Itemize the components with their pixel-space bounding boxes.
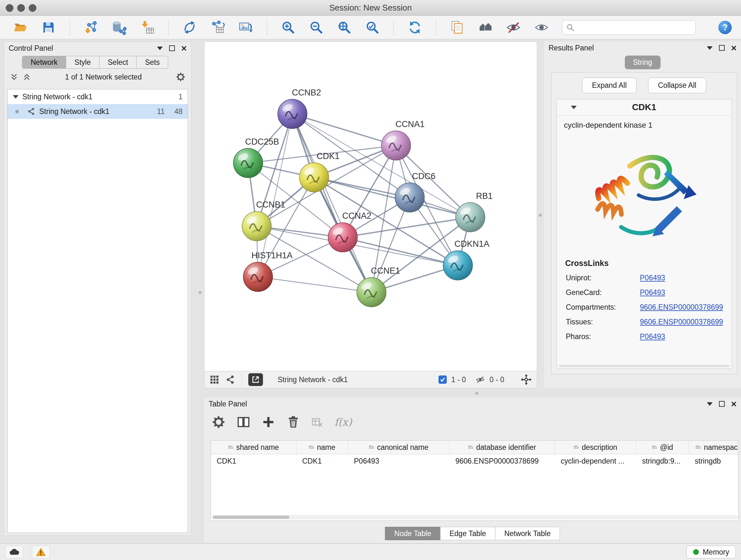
crosslink-tissues-link[interactable]: 9606.ENSP00000378699 [640, 318, 723, 326]
network-node-CDC6[interactable] [395, 183, 424, 212]
function-builder-icon[interactable]: f(x) [334, 416, 352, 428]
vertical-splitter-handle[interactable] [539, 213, 542, 217]
copy-button[interactable] [450, 20, 465, 35]
save-session-button[interactable] [41, 20, 56, 35]
network-node-CCNA2[interactable] [328, 223, 357, 252]
import-network-file-button[interactable] [83, 20, 98, 35]
network-row[interactable]: String Network - cdk1 11 48 [8, 104, 188, 119]
gene-disclosure-icon[interactable] [571, 106, 577, 109]
hide-display-button[interactable] [506, 20, 521, 35]
table-row[interactable]: CDK1 CDK1 P06493 9606.ENSP00000378699 cy… [211, 454, 738, 468]
show-columns-icon[interactable] [237, 415, 250, 429]
crosslink-pharos-link[interactable]: P06493 [640, 332, 665, 341]
network-edge[interactable] [258, 277, 372, 292]
zoom-in-button[interactable] [280, 20, 296, 35]
results-scrollbar[interactable] [559, 365, 730, 367]
import-network-database-button[interactable] [111, 20, 127, 35]
cell-shared-name[interactable]: CDK1 [211, 457, 296, 465]
tab-string[interactable]: String [624, 56, 660, 69]
home-button[interactable] [478, 20, 493, 35]
new-network-button[interactable] [182, 20, 197, 35]
column-header[interactable]: name [296, 441, 348, 454]
collapse-all-button[interactable]: Collapse All [648, 78, 706, 93]
cell-namespace[interactable]: stringdb [689, 457, 738, 465]
network-edge[interactable] [314, 178, 470, 217]
help-button[interactable]: ? [718, 20, 733, 35]
tab-network-table[interactable]: Network Table [495, 527, 560, 540]
window-close-button[interactable] [6, 4, 13, 12]
grid-view-icon[interactable] [210, 375, 219, 384]
network-canvas[interactable]: CCNB2CCNA1CDC25BCDK1CDC6RB1CCNB1CCNA2CDK… [205, 42, 537, 371]
panel-float-icon[interactable] [707, 402, 713, 406]
network-edge[interactable] [292, 114, 396, 145]
network-node-CCNB1[interactable] [242, 211, 271, 241]
import-table-button[interactable] [139, 20, 155, 35]
cell-canonical-name[interactable]: P06493 [348, 457, 450, 465]
tab-edge-table[interactable]: Edge Table [440, 527, 495, 540]
network-node-CCNB2[interactable] [278, 99, 307, 129]
tab-network[interactable]: Network [22, 56, 66, 69]
selected-checkbox[interactable] [439, 375, 447, 384]
zoom-out-button[interactable] [309, 20, 324, 35]
open-session-button[interactable] [13, 20, 28, 35]
panel-float-icon[interactable] [707, 46, 713, 50]
warnings-button[interactable] [32, 546, 50, 558]
expand-all-icon[interactable] [23, 73, 31, 81]
cell-description[interactable]: cyclin-dependent ... [555, 457, 636, 465]
birdseye-icon[interactable] [226, 375, 235, 384]
panel-close-icon[interactable] [731, 45, 737, 51]
network-node-CCNA1[interactable] [381, 131, 411, 160]
window-minimize-button[interactable] [17, 4, 25, 12]
column-header[interactable]: description [555, 441, 636, 454]
crosslink-compartments-link[interactable]: 9606.ENSP00000378699 [640, 303, 723, 312]
network-edge[interactable] [292, 114, 372, 292]
tab-select[interactable]: Select [99, 56, 137, 69]
gear-icon[interactable] [176, 72, 185, 82]
crosslink-uniprot-link[interactable]: P06493 [640, 273, 665, 282]
panel-float-icon[interactable] [157, 47, 163, 50]
column-header[interactable]: shared name [211, 441, 296, 454]
column-header[interactable]: @id [636, 441, 689, 454]
panel-maximize-icon[interactable] [719, 45, 725, 51]
vertical-splitter-handle[interactable] [199, 291, 202, 294]
memory-button[interactable]: Memory [686, 546, 736, 558]
zoom-fit-button[interactable] [337, 20, 352, 35]
export-image-button[interactable] [238, 20, 253, 35]
horizontal-scrollbar[interactable] [212, 515, 738, 519]
panel-maximize-icon[interactable] [169, 45, 175, 51]
panel-maximize-icon[interactable] [719, 401, 725, 407]
search-input[interactable] [577, 23, 691, 32]
add-column-icon[interactable] [262, 415, 275, 429]
network-collection-row[interactable]: String Network - cdk1 1 [8, 89, 188, 104]
open-in-window-button[interactable] [248, 373, 263, 386]
network-node-HIST1H1A[interactable] [243, 262, 273, 292]
column-header[interactable]: namespac [689, 441, 738, 454]
cell-name[interactable]: CDK1 [296, 457, 348, 465]
disclosure-triangle-icon[interactable] [13, 95, 18, 99]
network-node-CDK1[interactable] [299, 163, 329, 192]
cell-id[interactable]: stringdb:9... [636, 457, 689, 465]
network-node-CDC25B[interactable] [233, 148, 263, 178]
network-node-RB1[interactable] [456, 203, 485, 232]
delete-column-icon[interactable] [286, 415, 300, 429]
network-node-CDKN1A[interactable] [443, 251, 473, 280]
cloud-status-button[interactable] [5, 546, 23, 558]
pan-crosshair-icon[interactable] [521, 374, 532, 385]
panel-close-icon[interactable] [181, 46, 187, 51]
column-header[interactable]: database identifier [450, 441, 555, 454]
network-from-table-button[interactable] [210, 20, 225, 35]
window-zoom-button[interactable] [29, 4, 37, 12]
scrollbar-thumb[interactable] [213, 516, 289, 519]
zoom-selected-button[interactable] [365, 20, 380, 35]
collapse-all-icon[interactable] [10, 73, 18, 81]
expand-all-button[interactable]: Expand All [582, 78, 636, 93]
network-node-CCNE1[interactable] [357, 277, 386, 307]
tab-node-table[interactable]: Node Table [385, 527, 441, 540]
tab-sets[interactable]: Sets [136, 56, 168, 69]
horizontal-splitter-handle[interactable] [475, 392, 478, 395]
show-display-button[interactable] [534, 20, 549, 35]
cell-database-identifier[interactable]: 9606.ENSP00000378699 [450, 457, 555, 465]
panel-close-icon[interactable] [731, 401, 737, 407]
column-header[interactable]: canonical name [348, 441, 450, 454]
crosslink-genecard-link[interactable]: P06493 [640, 288, 665, 297]
